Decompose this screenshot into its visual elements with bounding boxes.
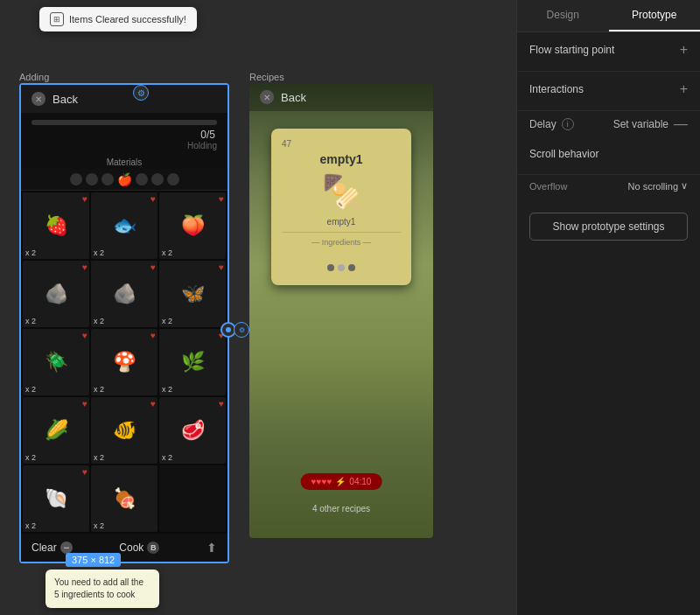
- cook-button[interactable]: Cook B: [119, 542, 159, 554]
- grid-cell: [159, 465, 226, 532]
- grid-cell[interactable]: 🍑x 2♥: [159, 192, 226, 259]
- recipe-close[interactable]: ✕: [260, 90, 274, 104]
- cook-text: Cook: [119, 542, 144, 554]
- clear-text: Clear: [32, 542, 57, 554]
- dimension-badge: 375 × 812: [66, 553, 121, 567]
- tooltip-box: You need to add all the 5 ingredients to…: [46, 570, 159, 608]
- phone-frame-adding: ✕ Back 0/5 Holding Materials 🍎 🍓x 2♥ 🐟x …: [19, 83, 229, 563]
- mat-icon-6: [167, 173, 179, 185]
- phone-header: ✕ Back: [21, 85, 228, 113]
- grid-cell[interactable]: 🍖x 2: [91, 465, 158, 532]
- phone-footer: Clear − Cook B ⬆: [21, 534, 228, 562]
- overflow-row: Overflow No scrolling ∨: [517, 175, 700, 200]
- tab-design[interactable]: Design: [517, 0, 609, 31]
- materials-icons-row: 🍎: [21, 169, 228, 191]
- tooltip-text: You need to add all the 5 ingredients to…: [54, 577, 144, 599]
- grid-cell[interactable]: 🐚x 2♥: [23, 465, 89, 532]
- grid-cell[interactable]: 🪨x 2♥: [23, 261, 89, 327]
- flow-header: Flow starting point +: [529, 43, 688, 57]
- flow-add-button[interactable]: +: [680, 43, 688, 57]
- heart-icons: ♥♥♥♥: [312, 477, 332, 486]
- grid-cell[interactable]: 🐟x 2♥: [91, 192, 158, 259]
- mat-icon-5: [151, 173, 164, 185]
- interactions-title: Interactions: [529, 83, 584, 95]
- recipe-card: 47 empty1 🍢 empty1 — Ingredients —: [271, 129, 411, 285]
- dropdown-arrow: ∨: [681, 180, 688, 192]
- tab-prototype[interactable]: Prototype: [609, 0, 701, 31]
- flow-title: Flow starting point: [529, 44, 614, 56]
- mat-icon-2: [86, 173, 98, 185]
- panel-tabs: Design Prototype: [517, 0, 700, 32]
- share-icon[interactable]: ⬆: [206, 541, 217, 555]
- info-icon[interactable]: i: [562, 118, 574, 130]
- timer-icon: ⚡: [335, 477, 346, 486]
- scroll-behavior-header: Scroll behavior: [529, 148, 688, 160]
- recipe-timer-bar: ♥♥♥♥ ⚡ 04:10: [301, 473, 382, 490]
- holding-section: 0/5 Holding: [21, 113, 228, 154]
- recipes-frame: ✕ Back 47 empty1 🍢 empty1 — Ingredients …: [249, 83, 433, 538]
- set-variable-item: Set variable —: [613, 116, 688, 132]
- overflow-label: Overflow: [529, 181, 567, 192]
- recipes-label: Recipes: [249, 72, 284, 82]
- grid-cell[interactable]: 🐠x 2♥: [91, 397, 158, 464]
- interactions-header: Interactions +: [529, 82, 688, 96]
- recipe-name: empty1: [282, 152, 401, 166]
- timer-value: 04:10: [349, 477, 371, 486]
- interaction-delay-row: Delay i Set variable —: [517, 111, 700, 137]
- gear-dot-right[interactable]: ⚙: [234, 322, 249, 338]
- right-panel: Design Prototype Flow starting point + I…: [516, 0, 700, 615]
- grid-cell[interactable]: 🌽x 2♥: [23, 397, 89, 464]
- materials-label: Materials: [21, 154, 228, 169]
- recipe-header: ✕ Back: [249, 83, 433, 111]
- scroll-behavior-section: Scroll behavior: [517, 137, 700, 175]
- scroll-behavior-title: Scroll behavior: [529, 148, 598, 160]
- set-variable-label: Set variable: [613, 118, 668, 130]
- interactions-section: Interactions +: [517, 72, 700, 111]
- frame-settings-dot[interactable]: ⚙: [133, 85, 149, 101]
- holding-label: Holding: [32, 141, 217, 150]
- canvas-area: ⊞ Items Cleared successfully! Adding ✕ B…: [0, 0, 516, 615]
- grid-cell[interactable]: 🪲x 2♥: [23, 329, 89, 395]
- grid-cell[interactable]: 🪨x 2♥: [91, 261, 158, 327]
- grid-cell[interactable]: 🌿x 2♥: [159, 329, 226, 395]
- ingredients-label: — Ingredients —: [282, 238, 401, 247]
- adding-label: Adding: [19, 72, 49, 82]
- show-prototype-settings-button[interactable]: Show prototype settings: [529, 213, 688, 241]
- delay-item: Delay i: [529, 118, 574, 130]
- recipe-subname: empty1: [282, 217, 401, 227]
- recipe-back: Back: [281, 91, 306, 104]
- holding-count: 0/5: [32, 129, 217, 141]
- back-text: Back: [52, 93, 78, 106]
- interactions-add-button[interactable]: +: [680, 82, 688, 96]
- b-badge: B: [147, 542, 159, 554]
- grid-cell[interactable]: 🥩x 2♥: [159, 397, 226, 464]
- overflow-dropdown[interactable]: No scrolling ∨: [628, 180, 688, 192]
- overflow-value: No scrolling: [628, 181, 678, 192]
- mat-icon-3: [102, 173, 114, 185]
- items-grid: 🍓x 2♥ 🐟x 2♥ 🍑x 2♥ 🪨x 2♥ 🪨x 2♥ 🦋x 2♥ 🪲x 2…: [21, 191, 228, 534]
- back-button[interactable]: Back: [52, 93, 78, 106]
- flow-starting-point-section: Flow starting point +: [517, 32, 700, 72]
- toast-notification: ⊞ Items Cleared successfully!: [39, 7, 197, 31]
- clear-button[interactable]: Clear −: [32, 542, 73, 554]
- recipe-emoji: 🍢: [282, 173, 401, 210]
- delay-label: Delay: [529, 118, 556, 130]
- grid-cell[interactable]: 🍓x 2♥: [23, 192, 89, 259]
- mat-icon-4: [136, 173, 148, 185]
- recipe-background: ✕ Back 47 empty1 🍢 empty1 — Ingredients …: [249, 83, 433, 538]
- minus-icon: −: [60, 542, 73, 554]
- recipe-number: 47: [282, 139, 401, 149]
- close-button[interactable]: ✕: [32, 92, 46, 106]
- grid-cell[interactable]: 🍄x 2♥: [91, 329, 158, 395]
- mat-icon-apple: 🍎: [117, 172, 132, 186]
- other-recipes: 4 other recipes: [312, 504, 370, 514]
- mat-icon-1: [70, 173, 82, 185]
- grid-cell[interactable]: 🦋x 2♥: [159, 261, 226, 327]
- toast-text: Items Cleared successfully!: [69, 14, 186, 24]
- toast-icon: ⊞: [50, 12, 64, 26]
- interaction-remove-button[interactable]: —: [674, 116, 688, 132]
